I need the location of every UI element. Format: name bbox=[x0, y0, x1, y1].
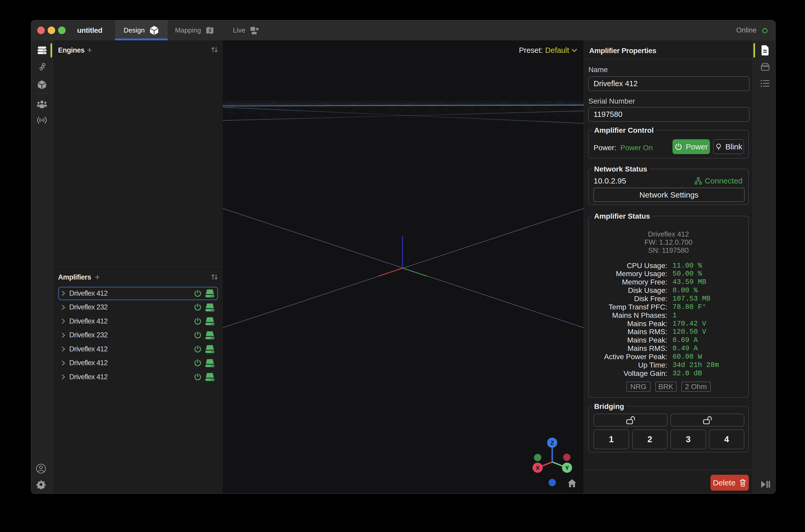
svg-text:Z: Z bbox=[550, 440, 554, 446]
svg-text:X: X bbox=[536, 464, 540, 471]
svg-text:Y: Y bbox=[565, 464, 569, 471]
